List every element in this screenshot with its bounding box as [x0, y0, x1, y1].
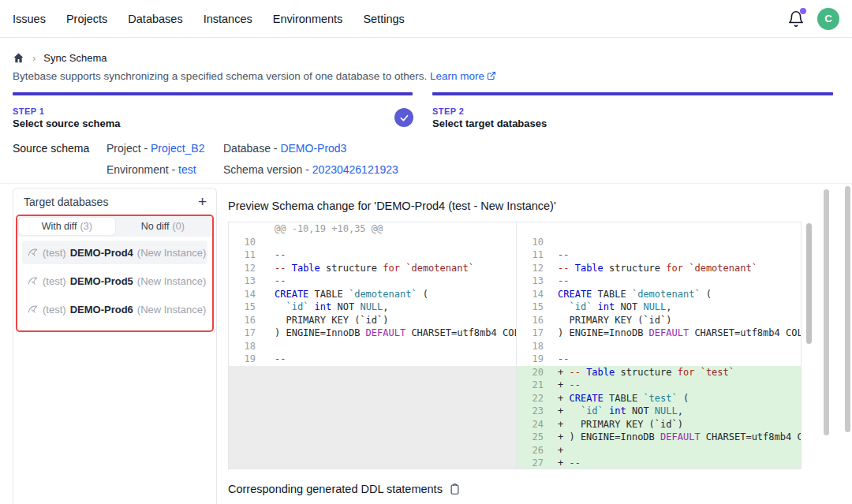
learn-more-link[interactable]: Learn more [430, 70, 484, 82]
schema-version-link[interactable]: 20230426121923 [312, 163, 398, 176]
database-link[interactable]: DEMO-Prod3 [280, 142, 346, 155]
diff-line: 15 `id` int NOT NULL, [229, 301, 516, 314]
diff-line: 25+ ) ENGINE=InnoDB DEFAULT CHARSET=utf8… [517, 431, 801, 444]
diff-line: 22+ CREATE TABLE `test` ( [517, 392, 801, 405]
db-item-demo-prod4[interactable]: (test) DEMO-Prod4 (New Instance) [22, 241, 207, 264]
nav-item-settings[interactable]: Settings [363, 13, 404, 25]
main-divider [0, 183, 852, 184]
home-icon[interactable] [13, 52, 24, 64]
breadcrumb-page-title: Sync Schema [43, 52, 106, 64]
project-link[interactable]: Project_B2 [151, 142, 204, 155]
diff-line [229, 444, 516, 457]
diff-line: 17) ENGINE=InnoDB DEFAULT CHARSET=utf8mb… [229, 327, 516, 340]
diff-line: 24+ PRIMARY KEY (`id`) [517, 418, 801, 431]
step1-title: Select source schema [13, 118, 121, 129]
diff-line: 15 `id` int NOT NULL, [517, 301, 801, 314]
external-link-icon[interactable] [487, 71, 496, 80]
diff-line: 19-- [229, 353, 516, 366]
mysql-dolphin-icon [28, 247, 39, 258]
diff-line: 18 [517, 340, 801, 353]
user-avatar[interactable]: C [817, 8, 839, 30]
diff-line [517, 222, 801, 236]
nav-item-databases[interactable]: Databases [128, 13, 182, 25]
breadcrumb-chevron-icon: › [32, 52, 36, 64]
diff-line: 13-- [229, 274, 516, 288]
diff-line: 16 PRIMARY KEY (`id`) [229, 314, 516, 327]
nav-item-instances[interactable]: Instances [204, 13, 252, 25]
diff-line: 14CREATE TABLE `demotenant` ( [517, 288, 801, 301]
tab-no-diff[interactable]: No diff (0) [115, 218, 211, 235]
add-target-database-button[interactable]: + [198, 196, 207, 207]
diff-line: 17) ENGINE=InnoDB DEFAULT CHARSET=utf8mb… [517, 327, 801, 340]
top-nav: Issues Projects Databases Instances Envi… [0, 0, 852, 38]
breadcrumb: › Sync Schema [13, 50, 107, 65]
target-databases-highlight-box: With diff (3) No diff (0) (test) DEMO-Pr… [16, 215, 214, 332]
diff-line [229, 405, 516, 418]
source-schema-version-field: Schema version - 20230426121923 [223, 163, 398, 176]
source-database-field: Database - DEMO-Prod3 [223, 142, 346, 155]
diff-line: 20+ -- Table structure for `test` [517, 366, 801, 379]
step1-label: STEP 1 [13, 106, 44, 116]
target-database-list: (test) DEMO-Prod4 (New Instance) (test) … [17, 237, 212, 330]
diff-line: 16 PRIMARY KEY (`id`) [517, 314, 801, 327]
diff-pane-modified[interactable]: 1011--12-- Table structure for `demotena… [517, 222, 801, 469]
diff-line: 14CREATE TABLE `demotenant` ( [229, 288, 516, 301]
source-project-field: Project - Project_B2 [106, 142, 205, 155]
diff-line [229, 379, 516, 392]
mysql-dolphin-icon [28, 275, 39, 286]
db-item-demo-prod5[interactable]: (test) DEMO-Prod5 (New Instance) [22, 269, 207, 293]
diff-line: 11-- [517, 248, 801, 262]
step1-progress-bar [13, 92, 413, 95]
step2-label: STEP 2 [432, 106, 464, 116]
sync-schema-page: Issues Projects Databases Instances Envi… [0, 0, 852, 504]
preview-panel-scrollbar[interactable] [824, 189, 829, 435]
ddl-statements-title: Corresponding generated DDL statements [228, 483, 443, 495]
schema-diff-editor[interactable]: @@ -10,19 +10,35 @@1011--12-- Table stru… [228, 222, 802, 469]
diff-line [229, 431, 516, 444]
diff-line: 13-- [517, 274, 801, 288]
step2-title: Select target databases [432, 118, 547, 129]
diff-line [229, 457, 516, 469]
diff-line: 11-- [229, 248, 516, 262]
editor-scrollbar[interactable] [806, 223, 812, 344]
diff-line: 23+ `id` int NOT NULL, [517, 405, 801, 418]
diff-line: @@ -10,19 +10,35 @@ [229, 222, 516, 236]
diff-tabs: With diff (3) No diff (0) [17, 216, 212, 237]
target-databases-panel: Target databases + With diff (3) No diff… [13, 188, 217, 504]
diff-line [229, 418, 516, 431]
source-environment-field: Environment - test [106, 163, 196, 176]
diff-pane-original[interactable]: @@ -10,19 +10,35 @@1011--12-- Table stru… [229, 222, 516, 469]
nav-item-projects[interactable]: Projects [66, 13, 107, 25]
intro-text: Bytebase supports synchronizing a specif… [13, 70, 496, 82]
diff-line: 10 [229, 236, 516, 249]
notification-bell-icon[interactable] [787, 10, 805, 28]
environment-link[interactable]: test [178, 163, 196, 176]
diff-line: 10 [517, 236, 801, 249]
source-schema-label: Source schema [13, 142, 89, 155]
mysql-dolphin-icon [28, 304, 39, 315]
step1-complete-check-icon [394, 108, 413, 127]
step2-progress-bar [432, 92, 833, 95]
diff-line: 26+ [517, 444, 801, 457]
diff-line [229, 366, 516, 379]
tab-with-diff[interactable]: With diff (3) [19, 218, 115, 235]
page-scrollbar[interactable] [845, 186, 850, 432]
diff-line: 12-- Table structure for `demotenant` [229, 262, 516, 275]
nav-item-environments[interactable]: Environments [273, 13, 343, 25]
notification-dot [800, 8, 806, 14]
diff-line: 21+ -- [517, 379, 801, 392]
diff-line: 12-- Table structure for `demotenant` [517, 262, 801, 275]
db-item-demo-prod6[interactable]: (test) DEMO-Prod6 (New Instance) [22, 297, 207, 321]
diff-line: 18 [229, 340, 516, 353]
preview-title: Preview Schema change for 'DEMO-Prod4 (t… [228, 200, 556, 212]
diff-line: 27+ -- [517, 457, 801, 469]
diff-line [229, 392, 516, 405]
target-databases-title: Target databases [24, 196, 108, 208]
nav-item-issues[interactable]: Issues [13, 13, 46, 25]
diff-line: 19-- [517, 353, 801, 366]
copy-ddl-icon[interactable] [449, 483, 461, 495]
